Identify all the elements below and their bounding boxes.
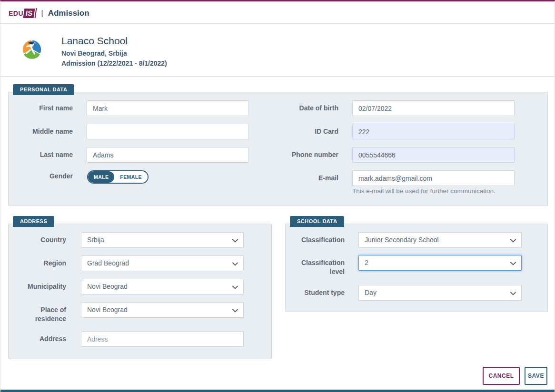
school-name: Lanaco School — [61, 35, 128, 47]
classification-level-select[interactable]: 2 — [358, 255, 522, 271]
eduis-logo-edu-text: EDU — [9, 10, 23, 17]
address-section-tab: ADDRESS — [13, 216, 54, 227]
page-title: Admission — [48, 9, 89, 18]
admission-page: EDUIS | Admission Lanaco School Novi Beo… — [0, 0, 555, 392]
chevron-down-icon — [232, 262, 238, 266]
eduis-logo-is-badge: IS — [23, 9, 35, 18]
chevron-down-icon — [232, 285, 238, 289]
classification-level-label-line1: Classification — [286, 258, 345, 267]
email-input[interactable] — [352, 170, 515, 186]
school-data-section-tab: SCHOOL DATA — [290, 216, 344, 227]
date-of-birth-input[interactable] — [352, 100, 515, 116]
country-label: Country — [10, 232, 66, 248]
region-select[interactable]: Grad Beograd — [81, 255, 244, 271]
phone-number-input[interactable] — [352, 147, 515, 163]
cancel-button[interactable]: CANCEL — [483, 367, 520, 385]
save-button[interactable]: SAVE — [525, 367, 547, 385]
last-name-label: Last name — [10, 147, 73, 163]
place-of-residence-select[interactable]: Novi Beograd — [81, 302, 244, 318]
gender-label: Gender — [10, 169, 73, 183]
place-of-residence-select-value: Novi Beograd — [87, 306, 128, 314]
first-name-label: First name — [10, 100, 73, 116]
chevron-down-icon — [232, 239, 238, 243]
place-of-residence-label: Place of residence — [10, 305, 66, 323]
bottom-accent-bar — [0, 390, 555, 392]
header-separator: | — [41, 9, 43, 18]
country-select[interactable]: Srbija — [81, 232, 244, 248]
classification-level-label: Classification level — [286, 258, 345, 276]
classification-level-select-value: 2 — [365, 259, 368, 266]
first-name-input[interactable] — [87, 100, 249, 116]
region-select-value: Grad Beograd — [87, 259, 129, 267]
school-logo-icon — [21, 39, 42, 60]
chevron-down-icon — [510, 239, 516, 243]
place-of-residence-label-line1: Place of — [10, 305, 66, 314]
classification-label: Classification — [286, 232, 345, 248]
chevron-down-icon — [510, 292, 516, 295]
admission-period: Admission (12/22/2021 - 8/1/2022) — [61, 59, 167, 67]
app-header: EDUIS | Admission — [0, 3, 555, 24]
personal-data-section-tab: PERSONAL DATA — [13, 84, 74, 95]
middle-name-label: Middle name — [10, 124, 73, 139]
municipality-select[interactable]: Novi Beograd — [81, 279, 244, 294]
school-location: Novi Beograd, Srbija — [61, 49, 127, 57]
last-name-input[interactable] — [87, 147, 249, 163]
address-label: Address — [10, 331, 66, 347]
student-type-select-value: Day — [365, 289, 377, 296]
municipality-label: Municipality — [10, 279, 66, 294]
email-note: This e-mail will be used for further com… — [352, 187, 496, 195]
chevron-down-icon — [510, 262, 516, 265]
id-card-label: ID Card — [267, 124, 338, 139]
region-label: Region — [10, 255, 66, 271]
gender-option-female[interactable]: FEMALE — [114, 171, 148, 183]
date-of-birth-label: Date of birth — [267, 100, 338, 116]
phone-number-label: Phone number — [267, 147, 338, 163]
classification-select[interactable]: Junior Secondary School — [358, 232, 522, 248]
classification-select-value: Junior Secondary School — [365, 236, 439, 244]
municipality-select-value: Novi Beograd — [87, 283, 128, 290]
divider — [0, 76, 555, 77]
gender-option-male[interactable]: MALE — [88, 171, 114, 183]
id-card-input[interactable] — [352, 124, 515, 139]
middle-name-input[interactable] — [87, 124, 249, 139]
classification-level-label-line2: level — [286, 267, 345, 276]
gender-toggle: MALE FEMALE — [87, 170, 149, 184]
student-type-label: Student type — [286, 285, 345, 301]
place-of-residence-label-line2: residence — [10, 314, 66, 323]
address-input[interactable] — [81, 331, 244, 347]
eduis-logo-bar — [35, 8, 37, 18]
eduis-logo: EDUIS — [9, 8, 36, 18]
email-label: E-mail — [267, 170, 338, 186]
student-type-select[interactable]: Day — [358, 285, 522, 301]
chevron-down-icon — [232, 309, 238, 313]
country-select-value: Srbija — [87, 236, 104, 244]
